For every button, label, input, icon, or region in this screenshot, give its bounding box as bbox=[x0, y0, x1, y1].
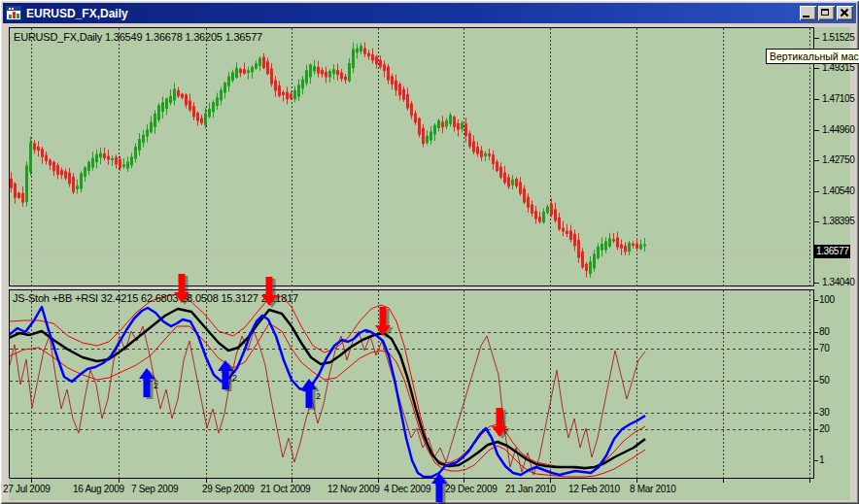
price-tick-label: 1.51525 bbox=[822, 32, 854, 43]
chart-app-icon bbox=[6, 6, 21, 20]
date-label: 8 Mar 2010 bbox=[630, 484, 676, 494]
date-label: 27 Jul 2009 bbox=[3, 484, 50, 494]
close-button[interactable] bbox=[837, 6, 853, 20]
price-tick-label: 1.40540 bbox=[822, 185, 854, 196]
price-tick-label: 1.38395 bbox=[822, 216, 854, 226]
tooltip: Вертикальный мас bbox=[766, 49, 859, 64]
chart-client-area[interactable] bbox=[9, 27, 850, 500]
date-label: 29 Dec 2009 bbox=[445, 484, 497, 494]
maximize-icon bbox=[821, 9, 829, 16]
date-label: 7 Sep 2009 bbox=[131, 484, 178, 494]
current-price-box: 1.36577 bbox=[814, 245, 850, 258]
window-title: EURUSD_FX,Daily bbox=[26, 7, 800, 20]
indicator-scale-label: 50 bbox=[819, 375, 830, 386]
minimize-icon bbox=[803, 16, 809, 17]
indicator-scale-label: 80 bbox=[819, 326, 830, 337]
price-tick-label: 1.42750 bbox=[822, 154, 854, 165]
minimize-button[interactable] bbox=[800, 6, 816, 20]
date-label: 21 Jan 2010 bbox=[505, 484, 556, 494]
date-label: 4 Dec 2009 bbox=[384, 484, 430, 494]
indicator-scale-label: 70 bbox=[819, 343, 830, 353]
title-bar[interactable]: EURUSD_FX,Daily bbox=[3, 3, 856, 23]
indicator-scale-label: 100 bbox=[819, 294, 835, 305]
date-label: 12 Nov 2009 bbox=[327, 484, 379, 494]
date-label: 16 Aug 2009 bbox=[73, 484, 124, 494]
indicator-scale-label: 1 bbox=[819, 454, 824, 465]
date-label: 12 Feb 2010 bbox=[568, 484, 620, 494]
date-label: 21 Oct 2009 bbox=[260, 484, 310, 494]
price-tick-label: 1.34040 bbox=[822, 277, 854, 287]
indicator-scale-label: 20 bbox=[819, 423, 830, 434]
indicator-scale-label: 30 bbox=[819, 407, 830, 418]
price-tick-label: 1.44960 bbox=[822, 124, 854, 135]
chart-window: EURUSD_FX,Daily EURUSD_FX,Daily 1.36549 … bbox=[0, 0, 859, 504]
date-label: 29 Sep 2009 bbox=[202, 484, 254, 494]
window-controls bbox=[800, 6, 853, 20]
maximize-button[interactable] bbox=[818, 6, 835, 20]
price-tick-label: 1.47105 bbox=[822, 93, 854, 104]
indicator-label: JS-Stoh +BB +RSI 32.4215 62.6803 28.0508… bbox=[13, 292, 298, 304]
chart-ohlc-label: EURUSD_FX,Daily 1.36549 1.36678 1.36205 … bbox=[14, 31, 262, 43]
